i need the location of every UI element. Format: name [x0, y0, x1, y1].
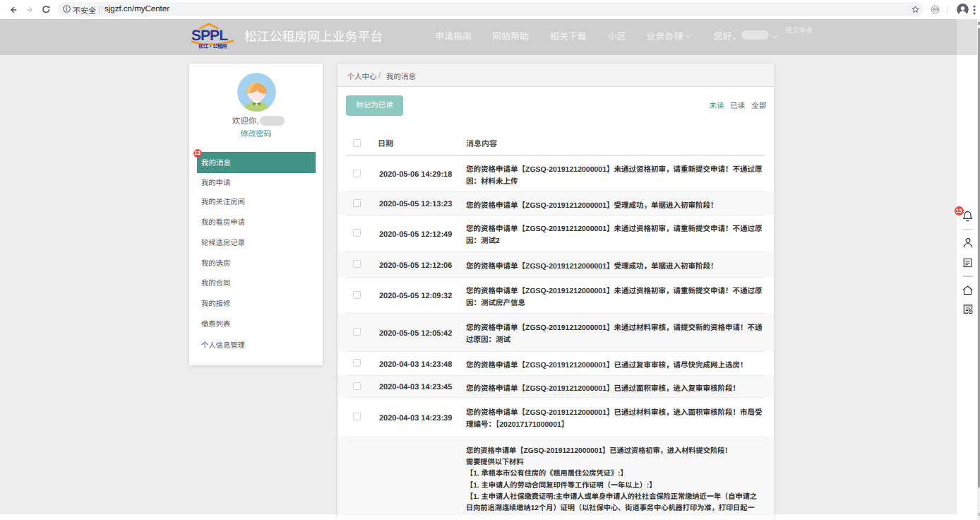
svg-text:松江·公租房: 松江·公租房 [198, 42, 227, 50]
svg-text:SPPL: SPPL [191, 28, 228, 44]
